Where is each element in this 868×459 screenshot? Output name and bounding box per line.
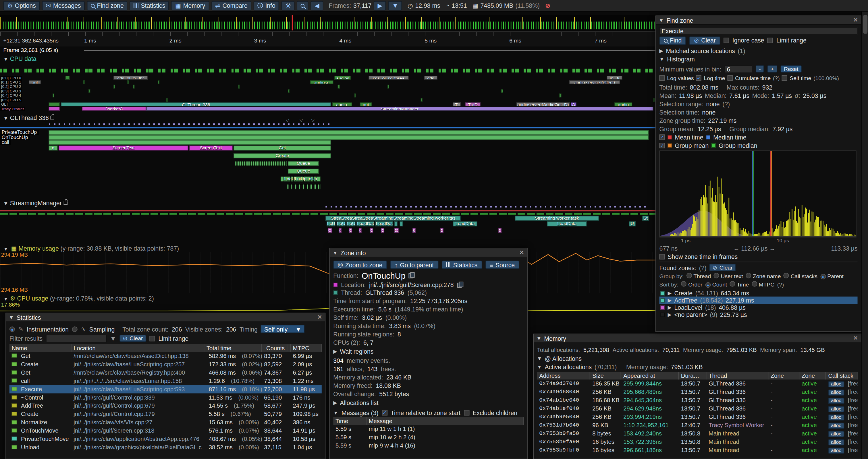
zone-segment[interactable] — [653, 98, 655, 102]
zone-time-in-frames-checkbox[interactable] — [659, 254, 665, 260]
cpu-usage-header[interactable]: ▼ ⚙ CPU usage (y-range: 0.78%, visible d… — [3, 295, 154, 302]
column-zone-free[interactable]: Zone free — [799, 372, 826, 380]
zone-segment[interactable]: LoU — [347, 221, 355, 226]
statistics-row[interactable]: Get /mnt/e/claw/src/claw/base/Registry.h… — [9, 368, 322, 377]
zone-segment[interactable] — [235, 161, 287, 166]
zone-segment[interactable]: Queue — [288, 161, 319, 166]
zone-segment[interactable] — [158, 80, 159, 84]
zone-segment[interactable]: Create — [234, 153, 331, 158]
appeared-cell[interactable]: 295,999,844ns — [621, 380, 679, 388]
collapsed-zone-marker[interactable]: ▽ — [300, 118, 303, 123]
find-button[interactable]: Find — [659, 36, 686, 44]
zone-segment[interactable]: TraD — [465, 102, 480, 106]
close-icon[interactable]: ✕ — [853, 17, 858, 24]
messages-button[interactable]: ✉Messages — [42, 1, 85, 10]
zone-segment[interactable]: StreamingManager — [146, 107, 653, 110]
log-time-checkbox[interactable]: ✓ — [696, 75, 702, 81]
found-zone-group[interactable]: ▶LoadLevel(18)406.88 µs — [659, 304, 858, 311]
messages-table-header[interactable]: TimeMessage — [333, 417, 524, 425]
zone-segment[interactable] — [53, 94, 54, 97]
zone-segment[interactable]: mi_ti — [607, 76, 622, 79]
zone-segment[interactable]: C — [498, 228, 502, 233]
filter-input[interactable] — [46, 334, 107, 342]
reset-button[interactable]: Reset — [781, 65, 802, 72]
allocation-row[interactable]: 0x7553b9fa90 16 bytes 153,722,396ns 13:5… — [537, 438, 858, 446]
cpu-data-header[interactable]: ▼ CPU data — [3, 56, 36, 62]
sampling-radio[interactable] — [72, 326, 78, 332]
zone-segment[interactable]: Ti — [453, 102, 461, 106]
matched-locations-expander[interactable]: ▶Matched source locations(1) — [659, 47, 858, 54]
minus-button[interactable]: - — [756, 65, 764, 72]
allocation-row[interactable]: 0x74a9d37040 186.35 KB 295,999,844ns 13:… — [537, 380, 858, 388]
statistics-row[interactable]: Execute jni/../jni/src/claw/base/LuaScri… — [9, 385, 322, 393]
alloc-stack-button[interactable]: alloc — [828, 415, 844, 421]
statistics-row[interactable]: AddTree jni/../jni/src/guif/Control.cpp:… — [9, 402, 322, 410]
zone-segment[interactable]: LoU — [337, 221, 345, 226]
zone-segment[interactable] — [49, 102, 60, 106]
zone-segment[interactable] — [388, 85, 389, 89]
allocations-table-header[interactable]: Address Size Appeared at Dura… Thread Zo… — [537, 372, 858, 380]
relative-time-checkbox[interactable]: ✓ — [382, 409, 387, 415]
zone-segment[interactable]: audio. — [332, 102, 352, 106]
collapsed-zone-marker[interactable]: ▽ — [286, 118, 289, 123]
zone-segment[interactable]: U — [629, 221, 636, 226]
zone-segment[interactable]: LoadData — [547, 221, 587, 226]
zone-segment[interactable]: LcU — [327, 221, 336, 226]
zone-segment[interactable]: Streaming worker task — [515, 216, 599, 221]
zone-statistics-button[interactable]: Statistics — [441, 261, 482, 269]
zone-segment[interactable]: audioserver (AudioOut_D) — [517, 102, 569, 106]
close-icon[interactable]: ✕ — [853, 335, 858, 342]
alloc-stack-button[interactable]: alloc — [828, 406, 844, 412]
zone-segment[interactable]: C — [412, 228, 416, 233]
column-zone-alloc[interactable]: Zone alloc — [768, 372, 799, 380]
active-allocations-expander[interactable]: ▼Active allocations(70,311)Memory usage:… — [537, 363, 858, 370]
message-row[interactable]: 5.59 s mip 11 w 1 h 1 (1) — [333, 425, 524, 433]
exclude-children-checkbox[interactable] — [464, 409, 469, 415]
message-row[interactable]: 5.59 s mip 10 w 2 h 2 (4) — [333, 433, 524, 441]
zone-segment[interactable] — [89, 89, 90, 93]
alloc-stack-button[interactable]: alloc — [828, 381, 844, 387]
found-zone-group[interactable]: ▶<no parent>(9)225.73 µs — [659, 311, 858, 318]
zone-segment[interactable] — [65, 76, 69, 79]
zone-segment[interactable] — [49, 130, 649, 135]
notifications-off-icon[interactable]: ⊘ — [545, 2, 550, 9]
zone-segment[interactable]: Get — [234, 145, 331, 151]
zone-time-histogram[interactable] — [659, 151, 857, 237]
ignore-case-checkbox[interactable] — [723, 38, 729, 43]
message-row[interactable]: 5.59 s mip 9 w 4 h 4 (16) — [333, 441, 524, 450]
appeared-cell[interactable]: 153,722,396ns — [621, 438, 679, 446]
zone-segment[interactable]: audio.service (effect) — [569, 80, 620, 84]
zone-segment[interactable]: g — [49, 145, 58, 151]
statistics-row[interactable]: Unload jni/../jni/src/claw/graphics/pixe… — [9, 443, 322, 452]
zone-segment[interactable] — [114, 85, 115, 89]
zone-segment[interactable]: C — [349, 228, 352, 233]
options-button[interactable]: ⚙Options — [3, 1, 40, 10]
limit-range-checkbox[interactable] — [150, 335, 155, 341]
limit-range-checkbox[interactable] — [768, 38, 773, 43]
zone-segment[interactable]: aut — [360, 102, 372, 106]
group-by-radio[interactable]: Zone name — [746, 273, 781, 279]
statistics-row[interactable]: ~Control jni/../jni/src/guif/Control.cpp… — [9, 393, 322, 402]
appeared-cell[interactable]: 294,629,948ns — [621, 404, 679, 413]
statistics-button[interactable]: Statistics — [130, 1, 169, 10]
statistics-table-header[interactable]: Name Location Total time Counts ▼ MTPC — [9, 344, 322, 352]
zone-segment[interactable] — [49, 107, 60, 110]
zone-segment[interactable]: LoadData — [453, 221, 477, 226]
sort-by-radio[interactable]: ● Count — [705, 281, 727, 287]
zone-segment[interactable]: c — [339, 228, 342, 233]
clear-found-button[interactable]: ⊘Clear — [709, 264, 736, 271]
frame-dropdown-button[interactable]: ▼ — [388, 1, 402, 10]
zone-segment[interactable]: C — [370, 228, 373, 233]
next-frame-button[interactable]: ▶ — [374, 1, 386, 10]
allocation-row[interactable]: 0x7531d7b040 96 KB 1:10 234,952,161 12:4… — [537, 421, 858, 429]
column-message[interactable]: Message — [367, 417, 524, 425]
source-button[interactable]: ≡Source — [485, 261, 519, 269]
sort-by-radio[interactable]: Order — [681, 281, 703, 288]
close-icon[interactable]: ✕ — [519, 249, 524, 256]
group-by-radio[interactable]: Call stacks — [783, 273, 817, 279]
found-zone-group[interactable]: ▶AddTree(18,542)227.19 ms — [659, 297, 858, 304]
appeared-cell[interactable]: 293,994,219ns — [621, 413, 679, 421]
zone-segment[interactable]: C — [381, 228, 384, 233]
streamingmanager-header[interactable]: ▼ StreamingManager — [3, 200, 69, 206]
zone-segment[interactable] — [238, 85, 240, 89]
